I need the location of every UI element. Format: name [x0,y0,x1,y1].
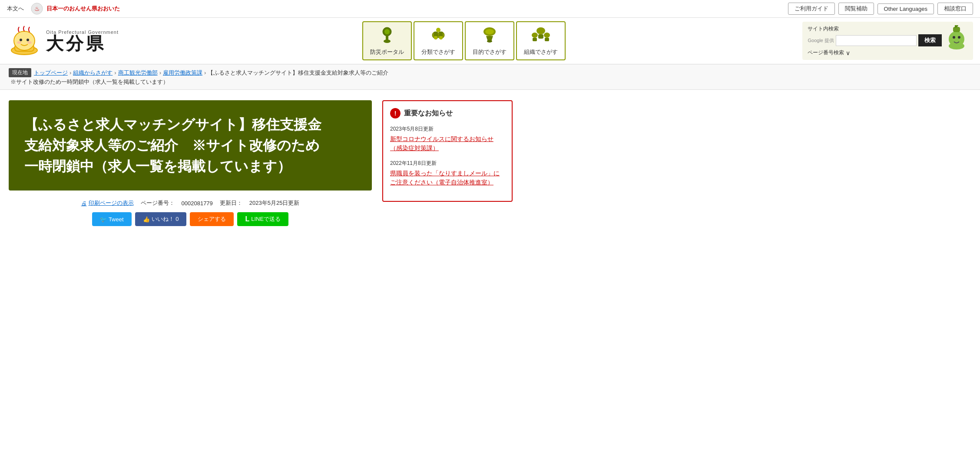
notice-box: ! 重要なお知らせ 2023年5月8日更新 新型コロナウイルスに関するお知らせ（… [382,100,513,202]
oita-logo-icon: ♨ [31,3,43,15]
nav-icons-bar: 防災ポータル 分類でさがす [131,21,797,60]
prefecture-name: 大分県 [46,35,119,52]
logo-block: Oita Prefectural Government 大分県 [7,23,119,58]
logo-text-block: Oita Prefectural Government 大分県 [46,30,119,52]
top-utility-bar: 本文へ ♨ 日本一のおんせん県おおいた ご利用ガイド 閲覧補助 Other La… [0,0,980,18]
breadcrumb-bar: 現在地 トップページ › 組織からさがす › 商工観光労働部 › 雇用労働政策課… [0,65,980,90]
main-header: Oita Prefectural Government 大分県 防災ポータル [0,18,980,65]
breadcrumb-koyou[interactable]: 雇用労働政策課 [163,69,202,77]
bunrui-label: 分類でさがす [421,48,455,56]
update-label: 更新日： [220,199,242,207]
line-icon: L [245,215,249,223]
breadcrumb-inner: 現在地 トップページ › 組織からさがす › 商工観光労働部 › 雇用労働政策課… [9,68,971,77]
notice-link-2[interactable]: 県職員を装った「なりすましメール」にご注意ください（電子自治体推進室） [390,170,500,186]
bunrui-icon [421,26,455,46]
breadcrumb-top[interactable]: トップページ [34,69,68,77]
svg-point-20 [439,36,443,39]
content-area: 【ふるさと求人マッチングサイト】移住支援金 支給対象求人等のご紹介 ※サイト改修… [0,90,521,236]
nav-bousai[interactable]: 防災ポータル [362,21,412,60]
page-number-value: 0002081779 [182,200,213,207]
page-num-label: ページ番号検索 [808,49,844,56]
svg-point-22 [485,29,494,34]
alert-icon: ! [390,108,401,118]
svg-point-8 [27,41,32,44]
accessibility-button[interactable]: 閲覧補助 [838,3,874,15]
svg-point-19 [434,36,437,39]
search-title: サイト内検索 [808,25,942,33]
oita-tagline: 日本一のおんせん県おおいた [46,5,120,13]
location-badge: 現在地 [9,68,31,77]
svg-rect-25 [538,34,543,39]
search-input[interactable] [836,35,917,46]
right-sidebar: ! 重要なお知らせ 2023年5月8日更新 新型コロナウイルスに関するお知らせ（… [382,100,513,226]
notice-date-2: 2022年11月8日更新 [390,160,505,167]
svg-point-4 [14,31,35,50]
main-text-link[interactable]: 本文へ [7,5,24,13]
mascot-logo [7,23,42,58]
main-content: 【ふるさと求人マッチングサイト】移住支援金 支給対象求人等のご紹介 ※サイト改修… [9,100,372,226]
svg-rect-34 [953,27,960,32]
mokuteki-icon [473,26,507,46]
share-button[interactable]: シェアする [190,212,234,226]
like-button[interactable]: 👍 いいね！ 0 [135,212,187,226]
svg-point-23 [487,40,492,43]
svg-point-18 [436,28,440,32]
social-buttons-row: 🐦 Tweet 👍 いいね！ 0 シェアする L LINEで送る [9,212,372,226]
svg-point-10 [384,29,390,34]
tweet-button[interactable]: 🐦 Tweet [92,212,132,226]
search-area-mascot [945,25,968,51]
nav-mokuteki[interactable]: 目的でさがす [465,21,514,60]
nav-soshiki[interactable]: 組織でさがす [516,21,566,60]
notice-header: ! 重要なお知らせ [390,108,505,118]
chevron-down-icon: ∨ [846,49,850,56]
svg-text:♨: ♨ [34,5,40,12]
like-label: いいね！ 0 [152,215,179,223]
other-languages-button[interactable]: Other Languages [877,3,934,14]
svg-point-7 [17,41,21,44]
svg-point-26 [532,33,538,38]
bousai-label: 防災ポータル [370,48,404,56]
bousai-icon [370,26,404,46]
breadcrumb-shokou[interactable]: 商工観光労働部 [118,69,158,77]
svg-point-33 [958,36,960,39]
twitter-icon: 🐦 [100,216,107,223]
nav-bunrui[interactable]: 分類でさがす [414,21,463,60]
green-banner: 【ふるさと求人マッチングサイト】移住支援金 支給対象求人等のご紹介 ※サイト改修… [9,100,372,191]
line-label: LINEで送る [251,215,281,223]
oita-mascot-svg [7,23,42,58]
search-row: Google 提供 検索 [808,34,942,46]
page-number-label: ページ番号： [141,199,175,207]
google-label: Google 提供 [808,37,834,44]
notice-link-1[interactable]: 新型コロナウイルスに関するお知らせ（感染症対策課） [390,135,493,151]
banner-title: 【ふるさと求人マッチングサイト】移住支援金 支給対象求人等のご紹介 ※サイト改修… [24,114,356,177]
search-button[interactable]: 検索 [918,34,942,46]
page-info-row: 🖨 印刷ページの表示 ページ番号：0002081779 更新日：2023年5月2… [9,199,372,207]
svg-rect-29 [545,38,549,41]
soshiki-icon [524,26,558,46]
breadcrumb-soshiki[interactable]: 組織からさがす [73,69,113,77]
line-button[interactable]: L LINEで送る [237,212,288,226]
soshiki-label: 組織でさがす [524,48,558,56]
search-mascot-svg [945,25,968,49]
page-num-row[interactable]: ページ番号検索 ∨ [808,49,942,56]
svg-point-12 [384,39,391,43]
svg-point-24 [536,27,545,34]
svg-point-31 [949,31,964,47]
notice-date-1: 2023年5月8日更新 [390,125,505,133]
guide-button[interactable]: ご利用ガイド [788,3,835,15]
svg-point-32 [953,36,955,39]
svg-point-28 [544,33,550,38]
tagline-area: ♨ 日本一のおんせん県おおいた [31,3,120,15]
update-value: 2023年5月25日更新 [249,199,300,207]
print-label: 印刷ページの表示 [89,199,134,207]
svg-point-5 [20,39,22,41]
thumbs-up-icon: 👍 [143,216,150,223]
svg-point-6 [26,39,29,41]
print-link[interactable]: 🖨 印刷ページの表示 [81,199,134,207]
printer-icon: 🖨 [81,200,87,207]
notice-item-1: 2023年5月8日更新 新型コロナウイルスに関するお知らせ（感染症対策課） [390,125,505,153]
search-area: サイト内検索 Google 提供 検索 ページ番号検索 ∨ [802,22,973,60]
tweet-label: Tweet [109,216,124,223]
consultation-button[interactable]: 相談窓口 [937,3,973,15]
breadcrumb-note: ※サイト改修のため一時閉鎖中（求人一覧を掲載しています） [9,78,971,86]
